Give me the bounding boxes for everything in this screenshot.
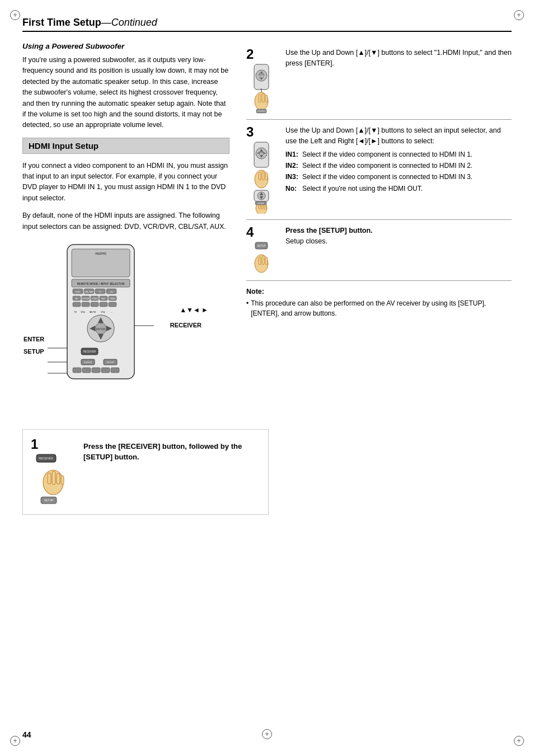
- svg-rect-95: [265, 257, 268, 265]
- svg-rect-48: [92, 368, 100, 373]
- corner-mark-tr: [514, 10, 524, 20]
- svg-rect-47: [82, 368, 91, 373]
- step-4-instruction: Press the [SETUP] button.: [285, 227, 373, 234]
- svg-rect-100: [52, 471, 55, 485]
- svg-text:IN1(DVD): IN1(DVD): [95, 252, 106, 255]
- step-4-sub: Setup closes.: [285, 237, 327, 245]
- svg-rect-101: [57, 473, 60, 484]
- svg-rect-99: [48, 473, 51, 484]
- step-2-num-img: 2 ENTER: [246, 48, 280, 114]
- hdmi-input-setup-box: HDMI Input Setup: [22, 138, 229, 154]
- step-4-block: 4 SETUP Press the [SETUP] button. Setup …: [246, 220, 512, 281]
- step-3-number: 3: [246, 125, 254, 139]
- svg-rect-64: [262, 93, 264, 102]
- corner-mark-bl: [10, 736, 20, 746]
- svg-rect-25: [91, 302, 99, 307]
- svg-rect-27: [109, 302, 116, 307]
- step-4-text: Press the [SETUP] button. Setup closes.: [285, 226, 512, 275]
- in2-text: Select if the video component is connect…: [302, 161, 472, 171]
- step-1-text: Press the [RECEIVER] button, followed by…: [83, 438, 260, 506]
- svg-text:...: ...: [111, 311, 113, 313]
- svg-text:RECEIVER: RECEIVER: [83, 350, 96, 353]
- note-section: Note: • This procedure can also be perfo…: [246, 287, 512, 318]
- svg-text:TV: TV: [99, 290, 101, 293]
- svg-text:ENTER: ENTER: [257, 203, 264, 205]
- main-content: Using a Powered Subwoofer If you're usin…: [22, 42, 512, 412]
- receiver-label: RECEIVER: [170, 322, 202, 328]
- svg-rect-79: [265, 173, 268, 180]
- page-number: 44: [22, 730, 31, 739]
- step-2-number: 2: [246, 48, 254, 61]
- svg-rect-63: [259, 95, 261, 102]
- svg-text:VCR/DVR: VCR/DVR: [81, 298, 90, 300]
- in3-text: Select if the video component is connect…: [302, 172, 472, 182]
- svg-text:CD: CD: [110, 290, 113, 293]
- step-1-instruction: Press the [RECEIVER] button, followed by…: [83, 442, 242, 462]
- svg-text:REMOTE MODE / INPUT SELECTOR: REMOTE MODE / INPUT SELECTOR: [77, 282, 124, 285]
- in1-label: IN1:: [285, 150, 300, 159]
- svg-text:ENTER: ENTER: [258, 153, 265, 156]
- note-bullet: • This procedure can also be performed o…: [246, 298, 512, 318]
- step-3-illustration: ENTER: [246, 141, 277, 214]
- svg-rect-65: [265, 95, 268, 102]
- in3-label: IN3:: [285, 172, 300, 182]
- input-in3: IN3: Select if the video component is co…: [285, 172, 512, 182]
- subwoofer-section: Using a Powered Subwoofer If you're usin…: [22, 42, 229, 131]
- svg-rect-46: [73, 368, 81, 373]
- svg-rect-50: [111, 368, 119, 373]
- svg-rect-94: [262, 256, 264, 265]
- input-no: No: Select if you're not using the HDMI …: [285, 184, 512, 194]
- step-3-num-img: 3 ENTER: [246, 125, 280, 214]
- svg-rect-93: [259, 257, 261, 265]
- in1-text: Select if the video component is connect…: [302, 150, 472, 159]
- page: First Time Setup —Continued Using a Powe…: [0, 0, 534, 756]
- hdmi-body1: If you connect a video component to an H…: [22, 161, 229, 204]
- svg-text:TUNER: TUNER: [91, 298, 99, 300]
- svg-text:VOL: VOL: [101, 311, 106, 313]
- svg-text:BD: BD: [76, 298, 78, 300]
- svg-text:MUTE: MUTE: [90, 311, 96, 313]
- page-header: First Time Setup —Continued: [22, 17, 512, 32]
- step-1-number: 1: [31, 438, 38, 451]
- step-1-block: 1 RECEIVER SETUP Press the [RECEIVER] bu…: [22, 429, 269, 515]
- left-column: Using a Powered Subwoofer If you're usin…: [22, 42, 229, 412]
- svg-text:SETUP: SETUP: [106, 361, 114, 364]
- svg-text:ENTER: ENTER: [84, 361, 92, 364]
- input-in1: IN1: Select if the video component is co…: [285, 150, 512, 159]
- bottom-center-crosshair: +: [262, 729, 272, 739]
- svg-text:ENTER: ENTER: [96, 327, 106, 331]
- corner-mark-tl: [10, 10, 20, 20]
- note-title: Note:: [246, 287, 512, 297]
- svg-text:ENTER: ENTER: [257, 75, 265, 78]
- svg-text:HDMI: HDMI: [110, 298, 115, 300]
- arrows-label: ▲▼◄ ►: [180, 306, 208, 314]
- svg-text:RECEIVER: RECEIVER: [39, 457, 53, 460]
- step-2-text: Use the Up and Down [▲]/[▼] buttons to s…: [285, 48, 512, 114]
- svg-rect-26: [100, 302, 107, 307]
- page-title-continued: —Continued: [101, 17, 157, 29]
- step-1-illustration: RECEIVER SETUP: [31, 453, 76, 506]
- step-1-num-img: 1 RECEIVER SETUP: [31, 438, 76, 506]
- step-2-illustration: ENTER ENTER: [246, 63, 277, 114]
- remote-diagram-container: IN1(DVD) REMOTE MODE / INPUT SELECTOR DV…: [22, 239, 213, 412]
- svg-text:DVD: DVD: [76, 290, 81, 293]
- svg-text:AUX: AUX: [101, 298, 106, 300]
- step-4-illustration: SETUP: [246, 241, 277, 275]
- svg-text:TV: TV: [74, 311, 77, 313]
- no-label: No:: [285, 184, 300, 194]
- input-list: IN1: Select if the video component is co…: [285, 150, 512, 194]
- svg-rect-102: [61, 476, 64, 485]
- svg-text:VOL: VOL: [81, 311, 86, 313]
- subwoofer-body: If you're using a powered subwoofer, as …: [22, 55, 229, 131]
- svg-rect-23: [73, 302, 81, 307]
- enter-label: ENTER: [24, 336, 44, 342]
- svg-rect-24: [82, 302, 90, 307]
- step-3-text: Use the Up and Down [▲]/[▼] buttons to s…: [285, 125, 512, 214]
- step-4-num-img: 4 SETUP: [246, 226, 280, 275]
- page-title: First Time Setup: [22, 17, 101, 29]
- right-column: 2 ENTER: [246, 42, 512, 412]
- step-4-number: 4: [246, 226, 254, 239]
- svg-text:SETUP: SETUP: [44, 499, 54, 502]
- svg-text:ENTER: ENTER: [257, 110, 265, 112]
- hdmi-heading: HDMI Input Setup: [29, 141, 99, 151]
